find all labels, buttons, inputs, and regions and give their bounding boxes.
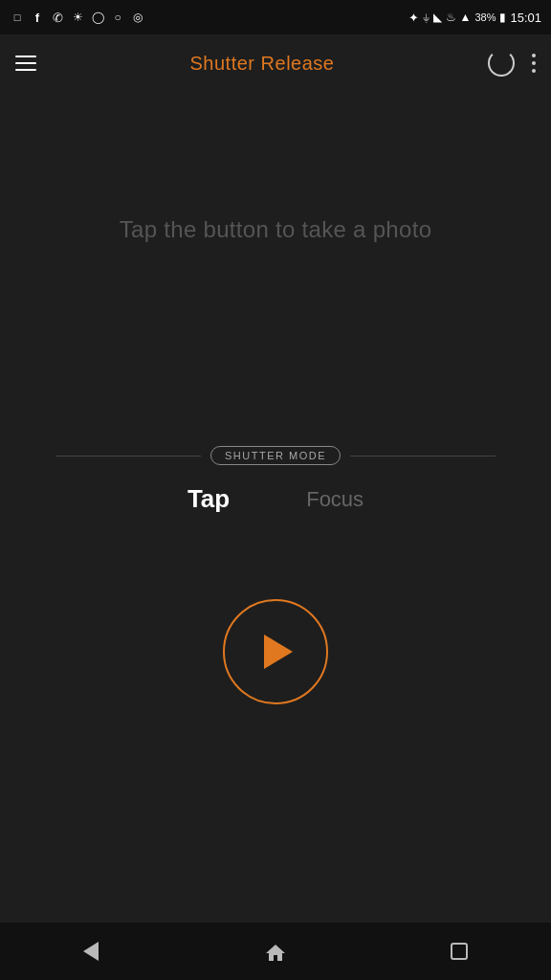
home-button[interactable]	[264, 942, 285, 961]
shutter-options: Tap Focus	[187, 484, 364, 514]
photo-hint: Tap the button to take a photo	[0, 216, 551, 243]
bluetooth-icon: ✦	[408, 11, 419, 25]
status-right-icons: ✦ ⏚ ◣ ♨ ▲ 38% ▮ 15:01	[408, 11, 541, 25]
status-bar: □ f ✆ ☀ ◯ ○ ◎ ✦ ⏚ ◣ ♨ ▲ 38% ▮ 15:01	[0, 0, 551, 34]
shutter-button[interactable]	[223, 599, 328, 704]
hamburger-line-1	[15, 56, 36, 57]
nav-bar	[0, 923, 551, 980]
dot-2	[532, 61, 536, 65]
hamburger-line-2	[15, 62, 36, 64]
more-options-button[interactable]	[532, 54, 536, 73]
insta-icon: ◯	[90, 11, 105, 24]
msg-icon: □	[10, 11, 25, 24]
outlook-icon: ◎	[130, 11, 145, 24]
battery-percent: 38%	[474, 11, 496, 23]
shutter-mode-label-row: SHUTTER MODE	[55, 446, 496, 465]
mobile-signal-icon: ▲	[460, 11, 472, 24]
recents-icon	[451, 943, 468, 960]
shutter-option-tap[interactable]: Tap	[187, 484, 230, 514]
hamburger-line-3	[15, 69, 36, 71]
menu-button[interactable]	[15, 56, 36, 71]
fb-icon: f	[30, 11, 45, 24]
insta2-icon: ○	[110, 11, 125, 24]
recents-button[interactable]	[451, 943, 468, 960]
shutter-mode-badge: SHUTTER MODE	[210, 446, 341, 465]
vibrate-icon: ⏚	[423, 11, 430, 24]
dot-1	[532, 54, 536, 57]
status-left-icons: □ f ✆ ☀ ◯ ○ ◎	[10, 11, 145, 24]
call-icon: ✆	[50, 11, 65, 24]
back-button[interactable]	[83, 942, 99, 961]
shutter-option-focus[interactable]: Focus	[306, 487, 364, 512]
clock: 15:01	[510, 11, 541, 25]
shutter-button-wrapper	[223, 599, 328, 704]
app-bar: Shutter Release	[0, 34, 551, 92]
home-icon	[264, 942, 285, 961]
battery-icon: ▮	[499, 11, 506, 24]
refresh-button[interactable]	[488, 50, 515, 77]
divider-right	[350, 456, 496, 457]
play-icon	[264, 635, 293, 669]
app-title: Shutter Release	[190, 53, 335, 75]
app-bar-right	[488, 50, 536, 77]
wifi-icon: ♨	[446, 11, 456, 24]
back-icon	[83, 942, 99, 961]
dot-3	[532, 69, 536, 73]
main-content: Tap the button to take a photo SHUTTER M…	[0, 92, 551, 923]
signal-icon: ◣	[433, 11, 442, 24]
divider-left	[55, 456, 201, 457]
shutter-mode-section: SHUTTER MODE Tap Focus	[0, 446, 551, 514]
photo-icon: ☀	[70, 11, 85, 24]
